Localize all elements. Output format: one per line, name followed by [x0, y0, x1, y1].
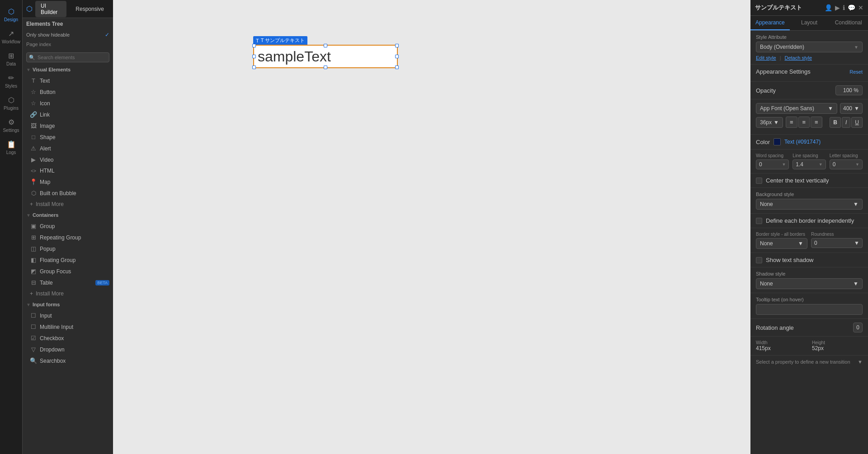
main-canvas[interactable]: T T サンプルテキスト sampleText: [113, 0, 750, 454]
element-built-on-bubble[interactable]: ⬡ Built on Bubble: [23, 187, 113, 199]
element-multiline-input[interactable]: ☐ Multiline Input: [23, 321, 113, 332]
checkbox-icon: ☑: [30, 335, 37, 342]
nav-workflow[interactable]: ↗ Workflow: [0, 26, 22, 48]
bg-style-dropdown[interactable]: None ▼: [756, 199, 863, 210]
nav-data[interactable]: ⊞ Data: [0, 48, 22, 70]
search-box: 🔍: [26, 52, 109, 62]
show-shadow-checkbox[interactable]: [756, 257, 762, 263]
edit-style-link[interactable]: Edit style: [756, 55, 776, 61]
transition-row[interactable]: Select a property to define a new transi…: [750, 356, 868, 368]
close-icon[interactable]: ✕: [858, 4, 863, 11]
word-spacing-input[interactable]: 0 ▼: [756, 159, 789, 169]
group-focus-icon: ◩: [30, 268, 37, 275]
nav-design[interactable]: ⬡ Design: [0, 4, 22, 26]
align-center-button[interactable]: ≡: [798, 117, 810, 128]
containers-header[interactable]: ▼ Containers: [23, 210, 113, 220]
handle-mr[interactable]: [395, 55, 399, 58]
letter-spacing-input[interactable]: 0 ▼: [830, 159, 863, 169]
element-text[interactable]: T Text: [23, 75, 113, 86]
color-swatch[interactable]: [774, 138, 781, 145]
element-video[interactable]: ▶ Video: [23, 154, 113, 165]
letter-spacing-label: Letter spacing: [830, 153, 863, 158]
define-border-row[interactable]: Define each border independently: [756, 217, 863, 224]
tab-conditional[interactable]: Conditional: [829, 16, 868, 30]
font-family-select[interactable]: App Font (Open Sans) ▼: [756, 103, 837, 114]
install-more-visual[interactable]: + Install More: [23, 199, 113, 210]
element-image[interactable]: 🖼 Image: [23, 120, 113, 131]
handle-tr[interactable]: [395, 44, 399, 47]
element-alert[interactable]: ⚠ Alert: [23, 143, 113, 154]
roundness-input[interactable]: 0 ▼: [811, 238, 863, 248]
tab-appearance[interactable]: Appearance: [750, 16, 790, 30]
font-size-select[interactable]: 36px ▼: [756, 117, 783, 128]
handle-bl[interactable]: [252, 66, 256, 69]
element-repeating-group[interactable]: ⊞ Repeating Group: [23, 232, 113, 243]
only-show-hideable[interactable]: Only show hideable ✓: [23, 30, 113, 40]
border-style-dropdown[interactable]: None ▼: [756, 238, 807, 249]
multiline-input-icon: ☐: [30, 323, 37, 330]
install-more-containers[interactable]: + Install More: [23, 288, 113, 299]
visual-elements-header[interactable]: ▼ Visual Elements: [23, 64, 113, 75]
elements-panel: Elements Tree Only show hideable ✓ Page …: [23, 18, 113, 454]
page-index[interactable]: Page index: [23, 40, 113, 51]
center-vertical-checkbox[interactable]: [756, 178, 762, 184]
search-input[interactable]: [26, 52, 109, 62]
shadow-style-dropdown[interactable]: None ▼: [756, 278, 863, 289]
style-attribute-dropdown[interactable]: Body (Overridden) ▼: [756, 42, 863, 52]
tab-ui-builder[interactable]: UI Builder: [35, 1, 66, 17]
user-icon[interactable]: 👤: [825, 4, 832, 11]
element-group-focus[interactable]: ◩ Group Focus: [23, 266, 113, 277]
info-icon[interactable]: ℹ: [843, 4, 845, 11]
element-map[interactable]: 📍 Map: [23, 176, 113, 187]
nav-styles[interactable]: ✏ Styles: [0, 70, 22, 92]
color-value[interactable]: Text (#091747): [784, 139, 821, 145]
nav-logs[interactable]: 📋 Logs: [0, 136, 22, 159]
html-icon: <>: [30, 168, 37, 173]
tab-responsive[interactable]: Responsive: [70, 4, 109, 14]
tooltip-input[interactable]: [756, 304, 863, 315]
chat-icon[interactable]: 💬: [848, 4, 855, 11]
center-vertical-section: Center the text vertically: [750, 173, 868, 188]
bold-button[interactable]: B: [830, 117, 841, 128]
shadow-toggle-section: Show text shadow: [750, 253, 868, 267]
text-element-box[interactable]: sampleText: [253, 45, 398, 68]
element-group[interactable]: ▣ Group: [23, 220, 113, 232]
handle-br[interactable]: [395, 66, 399, 69]
element-html[interactable]: <> HTML: [23, 165, 113, 176]
nav-settings[interactable]: ⚙ Settings: [0, 114, 22, 136]
opacity-input[interactable]: 100 %: [835, 85, 863, 95]
line-spacing-input[interactable]: 1.4 ▼: [793, 159, 826, 169]
center-vertical-row[interactable]: Center the text vertically: [756, 177, 863, 184]
nav-plugins[interactable]: ⬡ Plugins: [0, 92, 22, 114]
font-section: App Font (Open Sans) ▼ 400 ▼ 36px ▼ ≡ ≡ …: [750, 99, 868, 135]
define-border-checkbox[interactable]: [756, 218, 762, 224]
element-checkbox[interactable]: ☑ Checkbox: [23, 332, 113, 344]
bg-style-label: Background style: [756, 192, 863, 197]
handle-bc[interactable]: [324, 66, 327, 69]
show-shadow-row[interactable]: Show text shadow: [756, 257, 863, 263]
reset-button[interactable]: Reset: [849, 69, 863, 75]
rotation-input[interactable]: 0: [853, 323, 863, 332]
element-floating-group[interactable]: ◧ Floating Group: [23, 254, 113, 266]
italic-button[interactable]: I: [842, 117, 850, 128]
element-searchbox[interactable]: 🔍 Searchbox: [23, 355, 113, 366]
input-forms-header[interactable]: ▼ Input forms: [23, 299, 113, 310]
element-popup[interactable]: ◫ Popup: [23, 243, 113, 254]
element-shape[interactable]: □ Shape: [23, 131, 113, 143]
align-right-button[interactable]: ≡: [811, 117, 822, 128]
element-table[interactable]: ⊟ Table BETA: [23, 277, 113, 288]
element-link[interactable]: 🔗 Link: [23, 109, 113, 120]
font-weight-select[interactable]: 400 ▼: [840, 103, 863, 114]
element-dropdown[interactable]: ▽ Dropdown: [23, 344, 113, 355]
handle-ml[interactable]: [252, 55, 256, 58]
align-left-button[interactable]: ≡: [786, 117, 797, 128]
handle-tl[interactable]: [252, 44, 256, 47]
detach-style-link[interactable]: Detach style: [785, 55, 812, 61]
play-icon[interactable]: ▶: [835, 4, 840, 11]
element-icon[interactable]: ☆ Icon: [23, 98, 113, 109]
element-input[interactable]: ☐ Input: [23, 310, 113, 321]
element-button[interactable]: ☆ Button: [23, 86, 113, 98]
tab-layout[interactable]: Layout: [790, 16, 829, 30]
handle-tc[interactable]: [324, 44, 327, 47]
underline-button[interactable]: U: [851, 117, 863, 128]
